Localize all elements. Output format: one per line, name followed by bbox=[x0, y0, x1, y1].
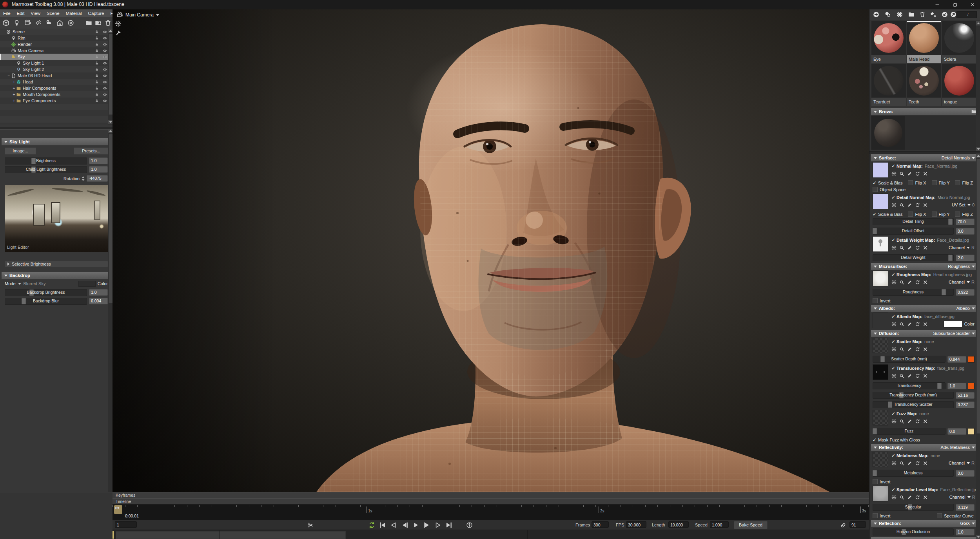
slider-detail-weight[interactable]: Detail Weight2.0 bbox=[873, 253, 975, 262]
add-turntable-icon[interactable] bbox=[67, 19, 74, 27]
refresh-icon[interactable] bbox=[915, 171, 920, 176]
refresh-icon[interactable] bbox=[915, 495, 920, 500]
lock-icon[interactable] bbox=[94, 29, 99, 34]
gear-icon[interactable] bbox=[891, 495, 897, 500]
camera-selector[interactable]: Main Camera bbox=[116, 11, 159, 18]
tree-item-hair-components[interactable]: +Hair Components bbox=[0, 85, 109, 91]
pencil-icon[interactable] bbox=[907, 495, 912, 500]
checkbox-flip-y[interactable]: Flip Y bbox=[932, 212, 950, 217]
materials-scrollbar[interactable] bbox=[976, 21, 980, 151]
enabled-check-icon[interactable]: ✓ bbox=[891, 453, 895, 458]
close-icon[interactable] bbox=[923, 461, 928, 466]
visibility-icon[interactable] bbox=[102, 42, 107, 47]
texture-thumbnail[interactable] bbox=[873, 271, 888, 286]
delete-material-icon[interactable] bbox=[919, 11, 926, 18]
section-header-microsurface[interactable]: Microsurface:Roughness bbox=[871, 263, 977, 270]
step-back-button[interactable] bbox=[401, 521, 408, 529]
backdrop-blur-slider[interactable]: Backdrop Blur 0.004 bbox=[5, 298, 108, 304]
lock-icon[interactable] bbox=[94, 86, 99, 90]
lock-icon[interactable] bbox=[94, 73, 99, 78]
gear-icon[interactable] bbox=[891, 419, 897, 424]
map-filename[interactable]: Head roughness.jpg bbox=[933, 272, 972, 277]
selective-brightness-row[interactable]: Selective Brightness bbox=[5, 261, 108, 267]
slider-scatter-depth-mm[interactable]: Scatter Depth (mm)0.844 bbox=[873, 355, 975, 364]
checkbox-mask-fuzz-with-gloss[interactable]: ✓Mask Fuzz with Gloss bbox=[873, 437, 920, 443]
tree-item-mouth-components[interactable]: +Mouth Components bbox=[0, 91, 109, 98]
sky-light-header[interactable]: Sky Light bbox=[2, 138, 111, 145]
close-icon[interactable] bbox=[923, 322, 928, 327]
visibility-icon[interactable] bbox=[102, 86, 107, 91]
search-icon[interactable] bbox=[899, 419, 904, 424]
enabled-check-icon[interactable]: ✓ bbox=[891, 237, 895, 243]
enabled-check-icon[interactable]: ✓ bbox=[891, 163, 895, 169]
current-frame-field[interactable]: 1 bbox=[115, 521, 137, 528]
refresh-icon[interactable] bbox=[915, 203, 920, 208]
close-icon[interactable] bbox=[923, 347, 928, 352]
material-sphere-icon[interactable] bbox=[896, 11, 903, 18]
section-mode-dropdown[interactable]: GGX bbox=[960, 521, 975, 526]
speed-field[interactable]: 1.000 bbox=[710, 521, 729, 528]
slider-value[interactable]: 53.16 bbox=[956, 392, 975, 399]
slider-translucency-scatter[interactable]: Translucency Scatter0.237 bbox=[873, 400, 975, 409]
gear-icon[interactable] bbox=[891, 245, 897, 250]
tree-item-sky[interactable]: −Sky bbox=[0, 54, 109, 60]
play-outline-button[interactable] bbox=[434, 521, 441, 529]
material-name[interactable]: Tearduct bbox=[871, 98, 906, 106]
texture-thumbnail[interactable] bbox=[873, 410, 888, 425]
search-icon[interactable] bbox=[899, 347, 904, 352]
uv-set-dropdown[interactable]: UV Set0 bbox=[952, 203, 975, 207]
color-swatch[interactable] bbox=[968, 428, 975, 435]
color-swatch[interactable] bbox=[968, 383, 975, 389]
texture-thumbnail[interactable] bbox=[873, 452, 888, 467]
keyframes-header[interactable]: Keyframes bbox=[113, 492, 869, 498]
close-icon[interactable] bbox=[923, 419, 928, 424]
brightness-value[interactable]: 1.0 bbox=[89, 157, 108, 164]
tree-item-rim[interactable]: Rim bbox=[0, 35, 109, 41]
section-header-albedo[interactable]: Albedo:Albedo bbox=[871, 305, 977, 312]
search-icon[interactable] bbox=[899, 322, 904, 327]
menu-edit[interactable]: Edit bbox=[14, 11, 28, 16]
slider-value[interactable]: 0.0 bbox=[956, 470, 975, 477]
pencil-icon[interactable] bbox=[907, 419, 912, 424]
checkbox-invert[interactable]: Invert bbox=[873, 479, 891, 484]
tree-item-male-03-hd-head[interactable]: −Male 03 HD Head bbox=[0, 72, 109, 79]
export-material-icon[interactable] bbox=[950, 11, 957, 18]
material-thumbnail[interactable] bbox=[942, 64, 976, 98]
menu-view[interactable]: View bbox=[27, 11, 44, 16]
map-filename[interactable]: Face_Reflection.jpg bbox=[940, 487, 978, 492]
channel-dropdown[interactable]: ChannelR bbox=[949, 245, 975, 250]
refresh-icon[interactable] bbox=[915, 373, 920, 378]
refresh-icon[interactable] bbox=[915, 322, 920, 327]
apply-material-icon[interactable] bbox=[930, 11, 937, 18]
timeline-scrollbar[interactable] bbox=[113, 530, 869, 539]
play-button[interactable] bbox=[412, 521, 419, 529]
tree-expander[interactable]: − bbox=[7, 74, 11, 78]
import-material-icon[interactable] bbox=[941, 11, 948, 18]
visibility-icon[interactable] bbox=[102, 98, 107, 103]
tree-expander[interactable]: + bbox=[12, 92, 16, 97]
color-swatch[interactable] bbox=[944, 321, 962, 327]
slider-value[interactable]: 70.0 bbox=[956, 219, 975, 225]
slider-value[interactable]: 1.0 bbox=[956, 529, 975, 535]
enabled-check-icon[interactable]: ✓ bbox=[891, 365, 895, 371]
pencil-icon[interactable] bbox=[907, 322, 912, 327]
search-icon[interactable] bbox=[899, 280, 904, 285]
visibility-icon[interactable] bbox=[102, 80, 107, 85]
child-light-brightness-slider[interactable]: Child-Light Brightness 1.0 bbox=[5, 166, 108, 173]
section-header-surface[interactable]: Surface:Detail Normals bbox=[871, 154, 977, 161]
material-thumbnail[interactable] bbox=[871, 64, 906, 98]
material-name[interactable]: Teeth bbox=[907, 98, 941, 106]
loop-toggle[interactable] bbox=[368, 521, 376, 529]
section-mode-dropdown[interactable]: Adv. Metalness bbox=[941, 445, 975, 450]
slider-translucency[interactable]: Translucency1.0 bbox=[873, 382, 975, 390]
slider-value[interactable]: 0.0 bbox=[956, 228, 975, 235]
gear-icon[interactable] bbox=[891, 373, 897, 378]
visibility-icon[interactable] bbox=[102, 36, 107, 41]
fps-field[interactable]: 30.000 bbox=[626, 521, 646, 528]
visibility-icon[interactable] bbox=[102, 54, 107, 60]
add-camera-icon[interactable] bbox=[24, 19, 31, 27]
texture-thumbnail[interactable] bbox=[873, 236, 888, 252]
skip-to-start-button[interactable] bbox=[379, 521, 387, 529]
child-light-brightness-value[interactable]: 1.0 bbox=[89, 166, 108, 173]
section-mode-dropdown[interactable]: Albedo bbox=[956, 306, 975, 311]
